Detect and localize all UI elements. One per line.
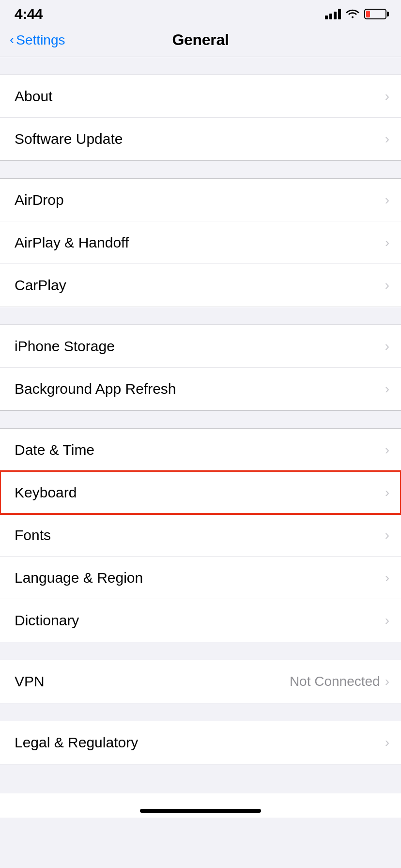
section-divider-3 — [0, 307, 401, 325]
settings-item-airdrop[interactable]: AirDrop › — [0, 179, 401, 221]
settings-item-fonts[interactable]: Fonts › — [0, 514, 401, 557]
home-bar — [140, 809, 261, 813]
section-divider-4 — [0, 411, 401, 428]
chevron-icon-vpn: › — [385, 674, 389, 689]
back-button[interactable]: ‹ Settings — [10, 32, 65, 48]
section-divider-1 — [0, 57, 401, 75]
item-label-software-update: Software Update — [15, 131, 123, 147]
back-chevron-icon: ‹ — [10, 33, 14, 46]
chevron-icon-iphone-storage: › — [385, 339, 389, 354]
item-label-carplay: CarPlay — [15, 277, 66, 294]
settings-item-dictionary[interactable]: Dictionary › — [0, 599, 401, 642]
item-value-vpn: Not Connected — [290, 674, 380, 689]
item-label-vpn: VPN — [15, 673, 45, 690]
settings-item-iphone-storage[interactable]: iPhone Storage › — [0, 325, 401, 368]
chevron-icon-language-region: › — [385, 570, 389, 586]
settings-item-carplay[interactable]: CarPlay › — [0, 264, 401, 307]
chevron-icon-keyboard: › — [385, 485, 389, 500]
item-label-iphone-storage: iPhone Storage — [15, 338, 115, 355]
settings-item-legal-regulatory[interactable]: Legal & Regulatory › — [0, 721, 401, 764]
bottom-spacer — [0, 764, 401, 793]
chevron-icon-legal-regulatory: › — [385, 735, 389, 750]
nav-bar: ‹ Settings General — [0, 26, 401, 57]
signal-icon — [325, 9, 341, 19]
item-label-legal-regulatory: Legal & Regulatory — [15, 734, 138, 751]
settings-group-1: About › Software Update › — [0, 75, 401, 161]
item-label-language-region: Language & Region — [15, 570, 143, 586]
settings-item-background-app-refresh[interactable]: Background App Refresh › — [0, 368, 401, 410]
status-bar: 4:44 — [0, 0, 401, 26]
settings-item-vpn[interactable]: VPN Not Connected › — [0, 660, 401, 703]
item-label-airdrop: AirDrop — [15, 192, 64, 208]
settings-item-date-time[interactable]: Date & Time › — [0, 429, 401, 471]
settings-group-2: AirDrop › AirPlay & Handoff › CarPlay › — [0, 178, 401, 307]
item-label-airplay-handoff: AirPlay & Handoff — [15, 234, 129, 251]
status-time: 4:44 — [15, 6, 43, 22]
item-label-keyboard: Keyboard — [15, 484, 77, 501]
chevron-icon-carplay: › — [385, 278, 389, 293]
item-label-background-app-refresh: Background App Refresh — [15, 381, 176, 397]
settings-item-about[interactable]: About › — [0, 75, 401, 118]
settings-item-language-region[interactable]: Language & Region › — [0, 557, 401, 599]
section-divider-2 — [0, 161, 401, 178]
status-icons — [325, 8, 386, 20]
section-divider-5 — [0, 642, 401, 660]
settings-group-4: Date & Time › Keyboard › Fonts › Languag… — [0, 428, 401, 642]
chevron-icon-about: › — [385, 89, 389, 104]
chevron-icon-dictionary: › — [385, 613, 389, 628]
chevron-icon-airdrop: › — [385, 192, 389, 208]
settings-item-software-update[interactable]: Software Update › — [0, 118, 401, 160]
chevron-icon-software-update: › — [385, 131, 389, 147]
home-indicator — [0, 793, 401, 818]
item-label-date-time: Date & Time — [15, 442, 94, 458]
page-title: General — [172, 31, 229, 49]
battery-icon — [364, 9, 386, 19]
settings-item-airplay-handoff[interactable]: AirPlay & Handoff › — [0, 221, 401, 264]
settings-item-keyboard[interactable]: Keyboard › — [0, 471, 401, 514]
chevron-icon-fonts: › — [385, 527, 389, 543]
back-label: Settings — [16, 32, 65, 48]
settings-group-3: iPhone Storage › Background App Refresh … — [0, 325, 401, 411]
item-label-dictionary: Dictionary — [15, 612, 79, 629]
chevron-icon-date-time: › — [385, 442, 389, 458]
item-label-about: About — [15, 88, 52, 105]
item-label-fonts: Fonts — [15, 527, 51, 543]
settings-group-6: Legal & Regulatory › — [0, 721, 401, 764]
chevron-icon-airplay-handoff: › — [385, 235, 389, 250]
section-divider-6 — [0, 703, 401, 721]
wifi-icon — [346, 8, 359, 20]
chevron-icon-background-app-refresh: › — [385, 381, 389, 397]
settings-group-5: VPN Not Connected › — [0, 660, 401, 703]
